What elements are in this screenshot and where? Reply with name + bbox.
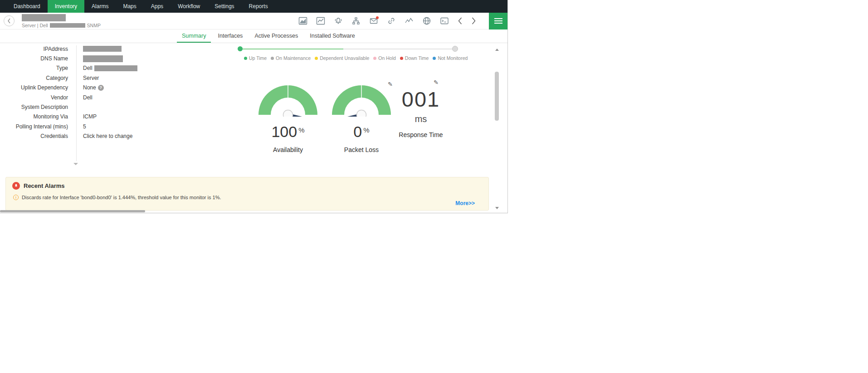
field-label: Polling Interval (mins) (0, 123, 68, 130)
nav-maps[interactable]: Maps (116, 0, 143, 13)
legend-dot (244, 57, 247, 60)
device-title-block: Server | Dell SNMP (22, 14, 101, 28)
header-toolbar (298, 13, 507, 29)
field-label: Type (0, 65, 68, 71)
legend-item-up-time: Up Time (244, 55, 267, 61)
vertical-scrollbar[interactable] (494, 47, 499, 210)
field-label: Monitoring Via (0, 113, 68, 120)
warning-icon: ! (13, 195, 19, 200)
type-value: Dell (83, 65, 93, 71)
detail-row-vendor: Vendor Dell (0, 93, 137, 102)
uplink-dependency-value: None (83, 84, 96, 91)
legend-dot (315, 57, 318, 60)
legend-label: Not Monitored (438, 55, 468, 61)
packet-loss-gauge: 0% Packet Loss (330, 83, 393, 153)
device-header: Server | Dell SNMP (0, 13, 507, 29)
response-time-value: 001 (389, 88, 453, 111)
availability-value: 100% (256, 123, 320, 141)
recent-alarms-title: Recent Alarms (24, 182, 65, 189)
nav-alarms[interactable]: Alarms (84, 0, 116, 13)
device-subtitle: Server | Dell SNMP (22, 23, 101, 28)
hamburger-menu-button[interactable] (489, 13, 507, 29)
nav-apps[interactable]: Apps (144, 0, 171, 13)
legend-label: Dependent Unavailable (320, 55, 369, 61)
monitoring-via-value: ICMP (83, 113, 97, 120)
nav-reports[interactable]: Reports (242, 0, 275, 13)
topology-icon[interactable] (351, 16, 361, 26)
tab-interfaces[interactable]: Interfaces (213, 29, 248, 43)
chevron-right-icon (471, 17, 476, 25)
scroll-down-arrow[interactable] (495, 207, 499, 209)
detail-row-monitoring-via: Monitoring Via ICMP (0, 112, 137, 122)
alarm-bell-badge-icon (12, 182, 20, 190)
horizontal-scrollbar-thumb[interactable] (0, 210, 145, 212)
back-button[interactable] (4, 15, 15, 26)
legend-dot (373, 57, 376, 60)
legend-label: Down Time (405, 55, 429, 61)
detail-row-dns-name: DNS Name (0, 54, 137, 63)
legend-label: On Hold (378, 55, 396, 61)
packet-loss-value: 0% (330, 123, 393, 141)
mail-icon[interactable] (369, 16, 379, 26)
chevron-left-icon (7, 18, 11, 24)
nav-dashboard[interactable]: Dashboard (6, 0, 48, 13)
detail-row-system-description: System Description (0, 102, 137, 112)
device-subtitle-prefix: Server | Dell (22, 23, 48, 28)
type-redacted-value (94, 65, 137, 71)
timeline-slider-handle-right[interactable] (452, 46, 458, 52)
link-icon[interactable] (386, 16, 396, 26)
prev-device-button[interactable] (457, 17, 463, 25)
top-navigation: Dashboard Inventory Alarms Maps Apps Wor… (0, 0, 507, 13)
nav-workflow[interactable]: Workflow (171, 0, 207, 13)
recent-alarms-header: Recent Alarms (12, 182, 65, 190)
sparkline-icon[interactable] (404, 16, 414, 26)
tab-installed-software[interactable]: Installed Software (305, 29, 360, 43)
terminal-icon[interactable] (439, 16, 449, 26)
vertical-scrollbar-thumb[interactable] (495, 72, 499, 121)
availability-gauge: 100% Availability (256, 83, 320, 153)
alarm-bell-icon[interactable] (333, 16, 343, 26)
timeline-slider-handle-left[interactable] (238, 46, 243, 51)
legend-item-on-hold: On Hold (373, 55, 396, 61)
field-label: System Description (0, 104, 68, 110)
availability-label: Availability (256, 146, 320, 153)
nav-settings[interactable]: Settings (207, 0, 241, 13)
details-scroll-down-arrow[interactable] (73, 163, 78, 165)
alarm-message: Discards rate for Interface 'bond0-bond0… (22, 195, 221, 200)
edit-icon[interactable]: ✎ (388, 81, 393, 88)
tab-summary[interactable]: Summary (177, 29, 211, 43)
field-label: DNS Name (0, 55, 68, 62)
device-tabbar: Summary Interfaces Active Processes Inst… (0, 29, 507, 43)
mail-notification-dot (376, 16, 379, 19)
field-label: IPAddress (0, 46, 68, 52)
legend-item-dependent-unavailable: Dependent Unavailable (315, 55, 369, 61)
legend-label: On Maintenance (276, 55, 311, 61)
legend-item-on-maintenance: On Maintenance (271, 55, 311, 61)
field-label: Vendor (0, 94, 68, 101)
help-icon[interactable]: ? (98, 85, 104, 91)
edit-icon[interactable]: ✎ (434, 79, 439, 86)
response-time-widget: 001 ms Response Time (389, 83, 453, 138)
alarm-list-item[interactable]: ! Discards rate for Interface 'bond0-bon… (13, 195, 221, 200)
chevron-left-icon (458, 17, 463, 25)
gauge-arc (256, 83, 320, 117)
alarms-more-link[interactable]: More>> (455, 200, 475, 206)
legend-label: Up Time (249, 55, 267, 61)
category-value: Server (83, 75, 99, 81)
timeline-uptime-segment (240, 49, 343, 49)
details-scrollbar-track (76, 45, 77, 161)
area-chart-icon[interactable] (298, 16, 308, 26)
credentials-change-link[interactable]: Click here to change (83, 133, 132, 139)
ipaddress-redacted-value (83, 46, 122, 52)
next-device-button[interactable] (471, 17, 477, 25)
line-chart-icon[interactable] (316, 16, 326, 26)
scroll-up-arrow[interactable] (495, 49, 499, 51)
globe-icon[interactable] (422, 16, 432, 26)
gauge-arc (330, 83, 393, 117)
tab-active-processes[interactable]: Active Processes (249, 29, 303, 43)
opmanager-app-window: Dashboard Inventory Alarms Maps Apps Wor… (0, 0, 508, 213)
device-model-redacted (50, 23, 85, 28)
availability-legend: Up Time On Maintenance Dependent Unavail… (244, 55, 468, 61)
legend-item-not-monitored: Not Monitored (433, 55, 468, 61)
nav-inventory[interactable]: Inventory (48, 0, 84, 13)
